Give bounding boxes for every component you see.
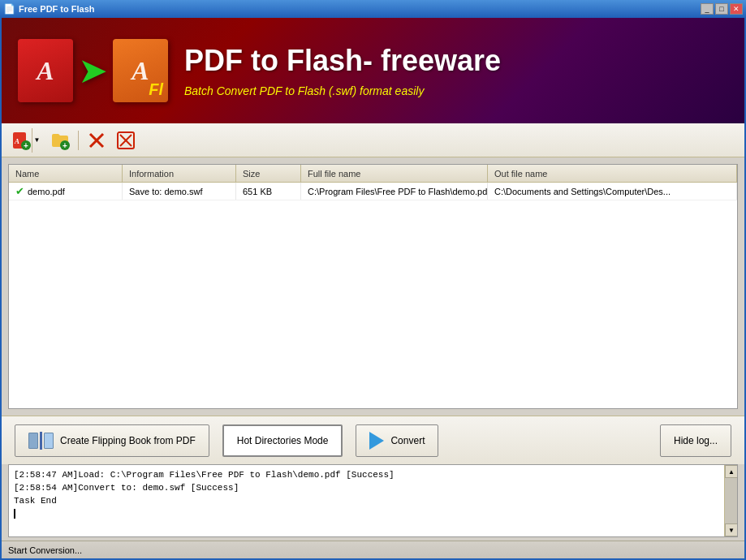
book-spine (40, 432, 42, 450)
clear-all-icon (116, 131, 136, 150)
col-header-information: Information (123, 165, 236, 182)
app-title: PDF to Flash- freeware (184, 44, 728, 78)
create-flipping-book-button[interactable]: Create Flipping Book from PDF (15, 424, 209, 457)
text-cursor (14, 509, 15, 519)
scroll-down-button[interactable]: ▼ (725, 523, 738, 536)
arrow-icon: ➤ (78, 53, 108, 88)
convert-button[interactable]: Convert (356, 424, 438, 457)
hide-log-label: Hide log... (674, 435, 718, 446)
log-line-3: Task End (14, 494, 719, 507)
add-pdf-icon: A + (11, 131, 31, 150)
svg-text:+: + (24, 141, 28, 150)
hide-log-button[interactable]: Hide log... (660, 424, 731, 457)
title-bar-controls: _ □ ✕ (701, 3, 743, 15)
cell-information: Save to: demo.swf (123, 183, 236, 200)
book-page-left (28, 433, 38, 449)
flip-book-label: Create Flipping Book from PDF (60, 435, 196, 446)
app-subtitle: Batch Convert PDF to Flash (.swf) format… (184, 84, 728, 97)
app-icon: 📄 (3, 3, 15, 15)
title-bar-text: Free PDF to Flash (19, 4, 95, 14)
flash-logo-letter: A (132, 58, 149, 84)
title-bar: 📄 Free PDF to Flash _ □ ✕ (0, 0, 746, 18)
cell-fullname: C:\Program Files\Free PDF to Flash\demo.… (301, 183, 488, 200)
header-banner: A ➤ A Fl PDF to Flash- freeware Batch Co… (2, 18, 744, 123)
svg-text:+: + (63, 141, 67, 150)
pdf-logo-letter: A (37, 58, 54, 84)
header-text: PDF to Flash- freeware Batch Convert PDF… (184, 44, 728, 97)
add-file-main[interactable]: A + (11, 128, 32, 153)
book-icon (28, 432, 54, 450)
log-line-2: [2:58:54 AM]Convert to: demo.swf [Succes… (14, 481, 719, 494)
toolbar: A + ▼ + (2, 123, 744, 157)
file-list-body[interactable]: ✔ demo.pdf Save to: demo.swf 651 KB C:\P… (9, 183, 737, 408)
logo-area: A ➤ A Fl (18, 39, 168, 102)
col-header-fullname: Full file name (301, 165, 488, 182)
col-header-size: Size (236, 165, 301, 182)
scroll-thumb[interactable] (725, 478, 737, 523)
cell-name: ✔ demo.pdf (9, 183, 123, 200)
clear-all-button[interactable] (113, 128, 139, 153)
file-list-header: Name Information Size Full file name Out… (9, 165, 737, 183)
remove-button[interactable] (84, 128, 110, 153)
hot-directories-button[interactable]: Hot Directories Mode (222, 424, 343, 457)
log-line-1: [2:58:47 AM]Load: C:\Program Files\Free … (14, 468, 719, 481)
close-button[interactable]: ✕ (730, 3, 743, 15)
minimize-button[interactable]: _ (701, 3, 714, 15)
add-folder-icon: + (50, 131, 70, 150)
flash-logo: A Fl (113, 39, 168, 102)
file-list: Name Information Size Full file name Out… (8, 164, 738, 409)
log-cursor-line (14, 507, 719, 520)
status-bar: Start Conversion... (2, 541, 744, 558)
svg-text:A: A (14, 137, 19, 145)
convert-play-icon (369, 432, 384, 450)
scroll-up-button[interactable]: ▲ (725, 465, 738, 478)
maximize-button[interactable]: □ (715, 3, 728, 15)
bottom-button-bar: Create Flipping Book from PDF Hot Direct… (2, 416, 744, 464)
dropdown-chevron: ▼ (34, 136, 41, 144)
flash-fl-label: Fl (149, 80, 163, 99)
toolbar-separator-1 (78, 131, 79, 150)
log-wrapper: [2:58:47 AM]Load: C:\Program Files\Free … (8, 464, 738, 537)
hot-directories-label: Hot Directories Mode (237, 435, 329, 446)
col-header-outname: Out file name (488, 165, 737, 182)
window-frame: A ➤ A Fl PDF to Flash- freeware Batch Co… (0, 18, 746, 560)
status-text: Start Conversion... (8, 545, 738, 555)
table-row[interactable]: ✔ demo.pdf Save to: demo.swf 651 KB C:\P… (9, 183, 737, 200)
title-bar-left: 📄 Free PDF to Flash (3, 3, 95, 15)
log-scrollbar[interactable]: ▲ ▼ (724, 465, 737, 536)
book-page-right (44, 433, 54, 449)
content-area: Name Information Size Full file name Out… (2, 157, 744, 558)
status-check-icon: ✔ (15, 185, 24, 197)
remove-icon (87, 131, 106, 150)
log-content[interactable]: [2:58:47 AM]Load: C:\Program Files\Free … (9, 465, 724, 536)
add-folder-button[interactable]: + (47, 128, 73, 153)
col-header-name: Name (9, 165, 123, 182)
add-file-button[interactable]: A + ▼ (8, 128, 44, 153)
pdf-logo: A (18, 39, 73, 102)
cell-size: 651 KB (236, 183, 301, 200)
file-name: demo.pdf (28, 187, 65, 196)
add-dropdown-arrow[interactable]: ▼ (32, 128, 41, 153)
convert-label: Convert (390, 435, 425, 446)
cell-outname: C:\Documents and Settings\Computer\Des..… (488, 183, 737, 200)
